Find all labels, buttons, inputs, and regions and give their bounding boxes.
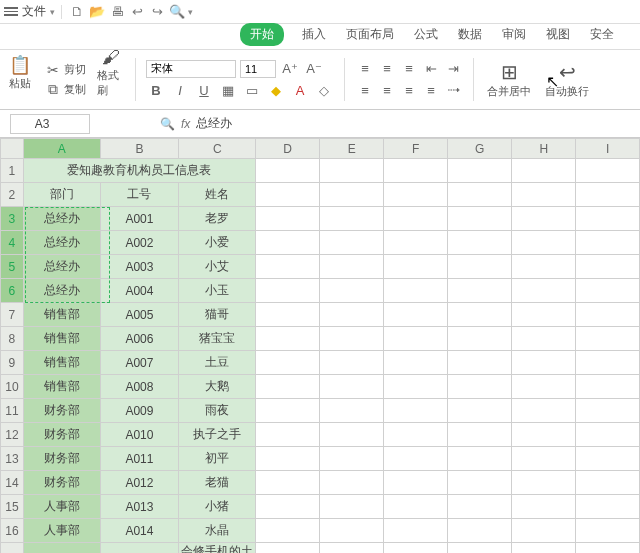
cell[interactable]: A006 — [100, 327, 179, 351]
fillcolor-button[interactable]: ◆ — [266, 81, 286, 101]
grid[interactable]: A B C D E F G H I 1爱知趣教育机构员工信息表2部门工号姓名3总… — [0, 138, 640, 553]
cell[interactable] — [384, 279, 448, 303]
cell[interactable] — [448, 183, 512, 207]
cell[interactable]: 总经办 — [23, 279, 100, 303]
cell[interactable] — [512, 399, 576, 423]
col-header-E[interactable]: E — [320, 139, 384, 159]
cell[interactable]: 人事部 — [23, 495, 100, 519]
row-header[interactable]: 8 — [1, 327, 24, 351]
cell[interactable] — [576, 375, 640, 399]
cell[interactable]: 财务部 — [23, 447, 100, 471]
file-menu[interactable]: 文件 — [22, 3, 46, 20]
cell[interactable]: 土豆 — [179, 351, 256, 375]
cell[interactable] — [576, 159, 640, 183]
cell[interactable] — [512, 423, 576, 447]
cell[interactable] — [576, 519, 640, 543]
cell[interactable] — [256, 279, 320, 303]
cell[interactable] — [384, 303, 448, 327]
row-header[interactable]: 3 — [1, 207, 24, 231]
cell[interactable] — [448, 255, 512, 279]
row-header[interactable]: 1 — [1, 159, 24, 183]
tab-pagelayout[interactable]: 页面布局 — [344, 22, 396, 49]
cellstyle-button[interactable]: ▭ — [242, 81, 262, 101]
row-header[interactable]: 13 — [1, 447, 24, 471]
indent-dec-button[interactable]: ⇤ — [421, 59, 441, 79]
cell[interactable] — [320, 375, 384, 399]
cell[interactable] — [320, 519, 384, 543]
cell[interactable]: A002 — [100, 231, 179, 255]
cell[interactable] — [576, 447, 640, 471]
cell[interactable] — [320, 399, 384, 423]
font-name-select[interactable] — [146, 60, 236, 78]
cell[interactable] — [448, 351, 512, 375]
cell[interactable] — [256, 255, 320, 279]
cell[interactable] — [384, 519, 448, 543]
cell[interactable] — [320, 471, 384, 495]
formula-input[interactable]: 总经办 — [196, 115, 232, 132]
align-top-button[interactable]: ≡ — [355, 59, 375, 79]
cell[interactable] — [576, 255, 640, 279]
cell[interactable]: A010 — [100, 423, 179, 447]
cell[interactable] — [320, 543, 384, 554]
increase-font-button[interactable]: A⁺ — [280, 59, 300, 79]
col-header-F[interactable]: F — [384, 139, 448, 159]
cell[interactable] — [512, 327, 576, 351]
cell[interactable] — [320, 159, 384, 183]
cell[interactable] — [384, 447, 448, 471]
cell[interactable] — [448, 375, 512, 399]
cell[interactable] — [576, 279, 640, 303]
row-header[interactable]: 11 — [1, 399, 24, 423]
cell[interactable] — [576, 351, 640, 375]
align-middle-button[interactable]: ≡ — [377, 59, 397, 79]
indent-inc-button[interactable]: ⇥ — [443, 59, 463, 79]
cell[interactable] — [384, 471, 448, 495]
cell[interactable] — [384, 207, 448, 231]
italic-button[interactable]: I — [170, 81, 190, 101]
cell[interactable] — [512, 183, 576, 207]
row-header[interactable]: 2 — [1, 183, 24, 207]
cell[interactable] — [384, 183, 448, 207]
cell[interactable] — [576, 183, 640, 207]
cell[interactable] — [320, 183, 384, 207]
bold-button[interactable]: B — [146, 81, 166, 101]
cell[interactable]: 销售部 — [23, 327, 100, 351]
row-header[interactable]: 12 — [1, 423, 24, 447]
select-all-corner[interactable] — [1, 139, 24, 159]
clear-button[interactable]: ◇ — [314, 81, 334, 101]
tab-data[interactable]: 数据 — [456, 22, 484, 49]
cell[interactable] — [512, 255, 576, 279]
row-header[interactable]: 10 — [1, 375, 24, 399]
cut-button[interactable]: ✂剪切 — [42, 61, 89, 79]
cell[interactable]: A003 — [100, 255, 179, 279]
cell[interactable] — [320, 207, 384, 231]
cell[interactable]: 执子之手 — [179, 423, 256, 447]
row-header[interactable]: 4 — [1, 231, 24, 255]
cell[interactable]: A007 — [100, 351, 179, 375]
tab-view[interactable]: 视图 — [544, 22, 572, 49]
cell[interactable] — [512, 159, 576, 183]
cell[interactable] — [448, 231, 512, 255]
qat-print-icon[interactable]: 🖶 — [108, 3, 126, 21]
cell[interactable] — [384, 423, 448, 447]
cell[interactable] — [256, 495, 320, 519]
cell[interactable] — [320, 351, 384, 375]
cell[interactable] — [448, 447, 512, 471]
cell[interactable] — [320, 495, 384, 519]
align-center-button[interactable]: ≡ — [377, 81, 397, 101]
zoom-icon[interactable]: 🔍 — [160, 117, 175, 131]
col-header-H[interactable]: H — [512, 139, 576, 159]
qat-open-icon[interactable]: 📂 — [88, 3, 106, 21]
cell[interactable]: 大鹅 — [179, 375, 256, 399]
row-header[interactable]: 16 — [1, 519, 24, 543]
cell[interactable]: A005 — [100, 303, 179, 327]
cell[interactable]: 部门 — [23, 183, 100, 207]
cell[interactable] — [448, 207, 512, 231]
cell[interactable] — [320, 303, 384, 327]
cell[interactable] — [384, 399, 448, 423]
cell[interactable] — [512, 231, 576, 255]
cell[interactable]: A004 — [100, 279, 179, 303]
col-header-C[interactable]: C — [179, 139, 256, 159]
cell[interactable]: 老猫 — [179, 471, 256, 495]
cell[interactable] — [512, 495, 576, 519]
cell[interactable] — [512, 351, 576, 375]
